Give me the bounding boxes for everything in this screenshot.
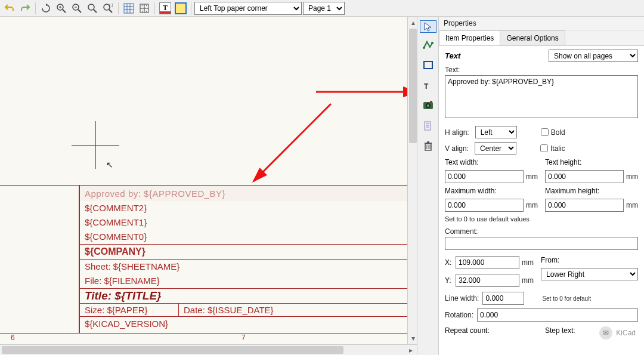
- svg-rect-11: [110, 4, 113, 7]
- tb-sheet[interactable]: Sheet: ${SHEETNAME}: [80, 259, 410, 274]
- grid-button[interactable]: [122, 1, 136, 16]
- max-width-input[interactable]: [445, 199, 524, 212]
- max-width-label: Maximum width:: [445, 187, 497, 195]
- show-mode-select[interactable]: Show on all pages: [549, 50, 638, 62]
- zoom-in-button[interactable]: [54, 1, 69, 16]
- delete-tool[interactable]: [420, 138, 436, 155]
- tb-comment2[interactable]: ${COMMENT2}: [80, 201, 410, 215]
- y-label: Y:: [445, 276, 453, 285]
- svg-text:T: T: [424, 82, 429, 91]
- tb-file[interactable]: File: ${FILENAME}: [80, 274, 410, 288]
- svg-point-23: [431, 42, 434, 44]
- page-select[interactable]: Page 1: [303, 2, 345, 15]
- rotation-input[interactable]: [477, 308, 638, 322]
- max-height-input[interactable]: [545, 199, 624, 212]
- line-width-input[interactable]: [482, 292, 524, 305]
- svg-point-22: [423, 47, 425, 49]
- max-height-label: Maximum height:: [545, 187, 599, 195]
- tb-date[interactable]: Date: ${ISSUE_DATE}: [178, 303, 410, 316]
- text-width-input[interactable]: [445, 170, 524, 183]
- vertical-scrollbar[interactable]: ▴▾: [407, 17, 417, 344]
- comment-label: Comment:: [445, 227, 638, 236]
- svg-line-10: [109, 10, 112, 13]
- origin-select[interactable]: Left Top paper corner: [194, 2, 302, 15]
- svg-line-5: [78, 10, 81, 13]
- image-tool[interactable]: [420, 97, 436, 114]
- properties-title: Properties: [439, 17, 644, 30]
- title-block[interactable]: Approved by: ${APPROVED_BY} ${COMMENT2} …: [79, 185, 411, 334]
- rotation-label: Rotation:: [445, 311, 473, 319]
- svg-rect-29: [430, 101, 432, 103]
- line-width-label: Line width:: [445, 294, 479, 302]
- svg-point-7: [88, 4, 94, 10]
- repeat-count-label: Repeat count:: [445, 326, 490, 335]
- page-settings-button[interactable]: [137, 1, 151, 16]
- tab-general-options[interactable]: General Options: [500, 30, 565, 45]
- line-tool[interactable]: [420, 36, 436, 53]
- svg-rect-38: [425, 143, 432, 144]
- canvas-area[interactable]: ↖ Approved by: ${APPROVED_BY} ${COMMENT2…: [0, 17, 417, 355]
- properties-tabs: Item Properties General Options: [439, 30, 644, 45]
- text-height-input[interactable]: [545, 170, 624, 183]
- redo-button[interactable]: [18, 1, 32, 16]
- svg-point-28: [427, 104, 429, 107]
- svg-rect-30: [425, 122, 431, 130]
- tb-approved-by[interactable]: Approved by: ${APPROVED_BY}: [80, 186, 410, 201]
- tb-company[interactable]: ${COMPANY}: [80, 244, 410, 259]
- default-hint: Set to 0 to use default values: [445, 215, 638, 223]
- text-mode-button[interactable]: T: [158, 1, 172, 16]
- svg-rect-24: [424, 61, 432, 69]
- select-tool[interactable]: [420, 20, 436, 33]
- svg-line-8: [94, 10, 97, 13]
- valign-select[interactable]: Center: [475, 142, 516, 155]
- refresh-button[interactable]: [39, 1, 53, 16]
- top-toolbar: T Left Top paper corner Page 1: [0, 0, 644, 17]
- text-width-label: Text width:: [445, 158, 479, 166]
- x-input[interactable]: [456, 256, 519, 269]
- svg-rect-39: [427, 141, 429, 143]
- tb-title[interactable]: Title: ${TITLE}: [80, 288, 410, 303]
- comment-input[interactable]: [445, 237, 638, 250]
- zoom-selection-button[interactable]: [101, 1, 115, 16]
- tb-size[interactable]: Size: ${PAPER}: [80, 303, 178, 316]
- tb-size-date-row: Size: ${PAPER} Date: ${ISSUE_DATE}: [80, 303, 410, 316]
- from-label: From:: [541, 256, 559, 264]
- tb-comment1[interactable]: ${COMMENT1}: [80, 215, 410, 230]
- halign-label: H align:: [445, 128, 469, 137]
- text-tool[interactable]: T: [420, 77, 436, 94]
- mouse-cursor-icon: ↖: [106, 160, 113, 169]
- zoom-out-button[interactable]: [70, 1, 84, 16]
- tb-kicad-version[interactable]: ${KICAD_VERSION}: [80, 316, 410, 331]
- text-height-label: Text height:: [545, 158, 581, 166]
- properties-panel: Properties Item Properties General Optio…: [439, 17, 644, 355]
- text-input[interactable]: [445, 75, 638, 118]
- zoom-fit-button[interactable]: [85, 1, 100, 16]
- tab-item-properties[interactable]: Item Properties: [439, 30, 500, 45]
- rect-tool[interactable]: [420, 57, 436, 73]
- append-tool[interactable]: [420, 118, 436, 134]
- color-mode-button[interactable]: [174, 1, 188, 16]
- halign-select[interactable]: Left: [475, 126, 517, 138]
- undo-button[interactable]: [2, 1, 17, 16]
- x-label: X:: [445, 258, 453, 267]
- from-select[interactable]: Lower Right: [541, 268, 638, 280]
- item-type-label: Text: [445, 51, 460, 60]
- valign-label: V align:: [445, 144, 469, 153]
- horizontal-scrollbar[interactable]: ▸: [0, 344, 417, 355]
- bold-checkbox[interactable]: Bold: [541, 128, 565, 137]
- y-input[interactable]: [456, 274, 519, 287]
- italic-checkbox[interactable]: Italic: [540, 144, 565, 153]
- step-text-label: Step text:: [545, 326, 575, 335]
- line-width-hint: Set to 0 for default: [542, 295, 591, 302]
- right-toolbar: T: [417, 17, 439, 355]
- svg-line-1: [63, 10, 66, 13]
- text-field-label: Text:: [445, 66, 638, 74]
- tb-comment0[interactable]: ${COMMENT0}: [80, 230, 410, 244]
- svg-point-9: [104, 4, 110, 10]
- horizontal-ruler: 6 7: [0, 334, 411, 342]
- svg-rect-12: [124, 4, 134, 13]
